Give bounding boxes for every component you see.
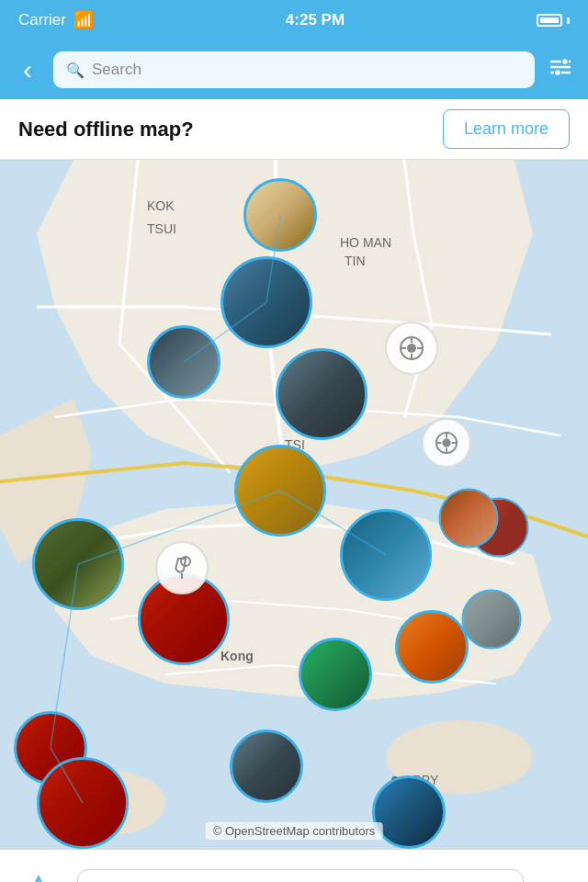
- search-icon: 🔍: [66, 62, 85, 79]
- svg-point-21: [407, 344, 416, 353]
- location-button[interactable]: [22, 874, 55, 882]
- svg-point-3: [562, 59, 569, 65]
- offline-banner: Need offline map? Learn more: [0, 99, 588, 160]
- photo-pin[interactable]: [220, 256, 312, 348]
- photo-pin[interactable]: [372, 775, 446, 849]
- location-icon: [22, 874, 55, 882]
- film-icon: [399, 335, 424, 361]
- wifi-icon: 📶: [74, 10, 94, 30]
- battery-tip: [567, 17, 570, 24]
- svg-text:KOK: KOK: [147, 198, 175, 213]
- filter-icon: [547, 56, 574, 78]
- photo-pin[interactable]: [32, 518, 124, 610]
- filter-button[interactable]: [544, 56, 577, 84]
- svg-point-27: [442, 438, 450, 447]
- icon-pin-drink[interactable]: [155, 541, 209, 594]
- photo-pin[interactable]: [37, 757, 129, 849]
- street-map-button[interactable]: Street map: [77, 869, 524, 883]
- photo-pin[interactable]: [462, 590, 522, 650]
- svg-text:TSUI: TSUI: [147, 221, 176, 236]
- back-icon: ‹: [23, 54, 32, 85]
- learn-more-button[interactable]: Learn more: [443, 109, 570, 149]
- photo-pin[interactable]: [234, 445, 326, 537]
- photo-pin[interactable]: [340, 509, 432, 601]
- photo-pin[interactable]: [147, 325, 220, 399]
- photo-pin[interactable]: [395, 610, 469, 684]
- status-bar: Carrier 📶 4:25 PM: [0, 0, 588, 40]
- photo-pin[interactable]: [276, 348, 368, 440]
- svg-text:HO MAN: HO MAN: [340, 235, 391, 250]
- photo-pin[interactable]: [243, 178, 317, 252]
- map-copyright: © OpenStreetMap contributors: [206, 822, 383, 840]
- film-icon-2: [435, 431, 458, 455]
- status-carrier: Carrier 📶: [18, 10, 94, 30]
- header: ‹ 🔍 Search: [0, 40, 588, 99]
- status-time: 4:25 PM: [286, 11, 345, 29]
- icon-pin-film2[interactable]: [422, 418, 471, 468]
- bottom-bar: Street map +: [0, 849, 588, 882]
- search-input[interactable]: Search: [92, 61, 141, 79]
- offline-text: Need offline map?: [18, 118, 194, 141]
- svg-text:TIN: TIN: [345, 254, 366, 268]
- search-bar[interactable]: 🔍 Search: [53, 51, 535, 88]
- photo-pin[interactable]: [299, 638, 372, 711]
- photo-pin[interactable]: [230, 729, 303, 803]
- battery-icon: [537, 14, 562, 27]
- drink-icon: [169, 555, 195, 581]
- carrier-label: Carrier: [18, 11, 66, 29]
- photo-pin[interactable]: [439, 489, 499, 548]
- map-area[interactable]: KOK TSUI HO MAN TIN TSI SH Kong APPY: [0, 160, 588, 849]
- back-button[interactable]: ‹: [11, 56, 44, 84]
- status-battery: [537, 14, 570, 27]
- svg-text:Kong: Kong: [220, 649, 254, 663]
- add-button[interactable]: +: [546, 874, 566, 882]
- svg-point-4: [555, 70, 561, 76]
- icon-pin-film[interactable]: [385, 322, 438, 375]
